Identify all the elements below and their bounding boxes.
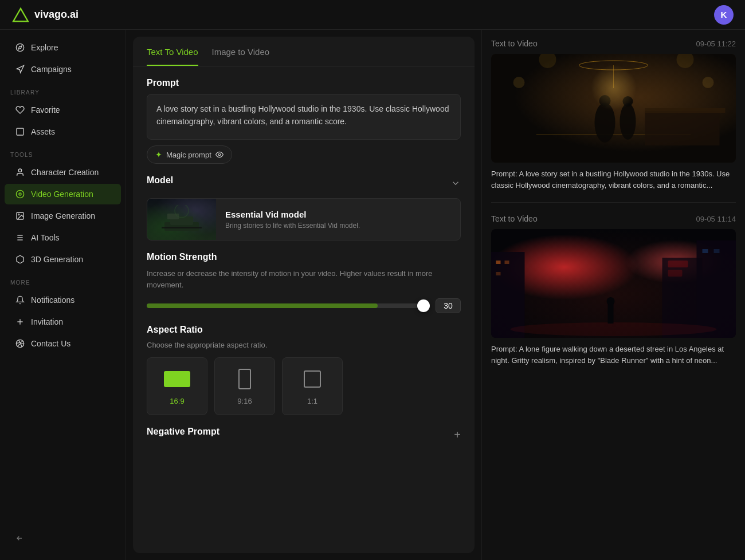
svg-rect-50: [668, 261, 688, 267]
megaphone-icon: [15, 64, 25, 74]
aspect-rect-916: [238, 369, 251, 389]
aspect-preview-16-9: [161, 367, 193, 391]
svg-point-28: [620, 103, 636, 140]
negative-prompt-label: Negative Prompt: [147, 427, 219, 437]
sidebar-aitools-label: AI Tools: [31, 233, 60, 242]
prompt-section: Prompt A love story set in a bustling Ho…: [147, 78, 461, 164]
motion-strength-description: Increase or decrease the intensity of mo…: [147, 268, 461, 290]
svg-rect-43: [505, 261, 509, 264]
aspect-option-1-1[interactable]: 1:1: [282, 357, 343, 415]
sidebar-item-invitation[interactable]: Invitation: [5, 311, 121, 332]
aspect-label-9-16: 9:16: [237, 397, 252, 405]
svg-point-8: [18, 214, 19, 215]
sidebar-item-notifications[interactable]: Notifications: [5, 290, 121, 310]
right-panel: Text to Video 09-05 11:22: [481, 30, 745, 560]
magic-button-label: Magic prompt: [166, 151, 211, 159]
sidebar-item-assets[interactable]: Assets: [5, 121, 121, 142]
topbar: vivago.ai K: [0, 0, 745, 30]
aspect-label-16-9: 16:9: [170, 397, 184, 405]
aspect-rect-11: [304, 370, 321, 388]
sidebar-contact-label: Contact Us: [31, 339, 70, 348]
history-card-1-thumbnail[interactable]: [491, 54, 736, 163]
history-card-1-prompt: Prompt: A love story set in a bustling H…: [491, 168, 736, 191]
image-icon: [15, 211, 25, 221]
sidebar-item-contact-us[interactable]: Contact Us: [5, 333, 121, 354]
svg-point-34: [513, 77, 525, 88]
sidebar-item-character-creation[interactable]: Character Creation: [5, 162, 121, 183]
sidebar-item-campaigns[interactable]: Campaigns: [5, 59, 121, 80]
compass-icon: [15, 42, 25, 53]
history-card-1: Text to Video 09-05 11:22: [491, 39, 736, 191]
svg-point-6: [19, 193, 21, 195]
svg-point-35: [703, 77, 714, 88]
aspect-rect-169: [164, 371, 190, 387]
svg-point-4: [18, 169, 21, 172]
aspect-option-16-9[interactable]: 16:9: [147, 357, 207, 415]
svg-rect-45: [703, 249, 708, 253]
magic-prompt-button[interactable]: ✦ Magic prompt: [147, 145, 232, 164]
cube-icon: [15, 254, 25, 265]
svg-rect-21: [162, 227, 202, 228]
negative-prompt-section: Negative Prompt +: [147, 427, 461, 447]
sparkle-icon: ✦: [155, 150, 162, 159]
svg-point-29: [623, 96, 633, 107]
chevron-down-icon[interactable]: [450, 178, 461, 188]
history-card-2-time: 09-05 11:14: [696, 215, 736, 223]
prompt-input[interactable]: A love story set in a bustling Hollywood…: [147, 94, 461, 140]
tab-text-to-video[interactable]: Text To Video: [147, 47, 198, 66]
sidebar-assets-label: Assets: [31, 127, 55, 136]
mail-icon: [15, 338, 25, 349]
svg-marker-2: [18, 46, 22, 49]
svg-rect-48: [608, 303, 614, 324]
sidebar-favorite-label: Favorite: [31, 105, 60, 115]
history-card-1-time: 09-05 11:22: [696, 40, 736, 48]
collapse-sidebar-button[interactable]: [5, 529, 121, 548]
history-card-2-thumbnail[interactable]: [491, 229, 736, 338]
aspect-preview-1-1: [296, 367, 328, 391]
sidebar-item-favorite[interactable]: Favorite: [5, 100, 121, 120]
model-card[interactable]: Essential Vid model Bring stories to lif…: [147, 198, 461, 240]
svg-rect-42: [496, 261, 501, 264]
motion-slider[interactable]: [147, 303, 429, 308]
model-name: Essential Vid model: [225, 210, 360, 219]
divider-1: [491, 202, 736, 203]
logo-icon: [11, 6, 30, 24]
svg-point-47: [511, 322, 717, 336]
model-thumbnail: [147, 199, 216, 240]
svg-point-49: [607, 297, 615, 305]
avatar[interactable]: K: [714, 5, 734, 25]
aspect-option-9-16[interactable]: 9:16: [214, 357, 275, 415]
model-section: Model: [147, 175, 461, 240]
aspect-ratio-label: Aspect Ratio: [147, 325, 461, 335]
sidebar-item-explore[interactable]: Explore: [5, 37, 121, 58]
svg-point-5: [16, 190, 23, 198]
more-section-label: MORE: [0, 273, 126, 289]
svg-point-27: [599, 95, 611, 107]
model-description: Bring stories to life with Essential Vid…: [225, 222, 360, 230]
sidebar-item-video-generation[interactable]: Video Generation: [5, 184, 121, 204]
sidebar: Explore Campaigns LIBRARY Favorite: [0, 30, 126, 560]
sidebar-item-ai-tools[interactable]: AI Tools: [5, 227, 121, 248]
tools-section-label: TOOLS: [0, 145, 126, 161]
aspect-ratio-options: 16:9 9:16 1:1: [147, 357, 461, 415]
svg-point-16: [218, 153, 221, 156]
logo[interactable]: vivago.ai: [11, 6, 79, 24]
tool-icon: [15, 232, 25, 243]
sidebar-3d-label: 3D Generation: [31, 255, 83, 264]
svg-rect-3: [17, 128, 23, 135]
negative-prompt-add-button[interactable]: +: [454, 428, 461, 441]
slider-thumb[interactable]: [417, 299, 430, 312]
prompt-label: Prompt: [147, 78, 461, 88]
svg-rect-19: [167, 214, 179, 219]
sidebar-item-image-generation[interactable]: Image Generation: [5, 206, 121, 226]
logo-text: vivago.ai: [34, 9, 79, 21]
history-card-2-type: Text to Video: [491, 214, 538, 223]
model-label: Model: [147, 175, 173, 186]
sidebar-video-label: Video Generation: [31, 190, 93, 199]
tab-image-to-video[interactable]: Image to Video: [212, 47, 270, 66]
heart-icon: [15, 105, 25, 115]
motion-value: 30: [436, 298, 461, 313]
library-section-label: LIBRARY: [0, 82, 126, 99]
motion-strength-section: Motion Strength Increase or decrease the…: [147, 252, 461, 313]
sidebar-item-3d-generation[interactable]: 3D Generation: [5, 249, 121, 270]
